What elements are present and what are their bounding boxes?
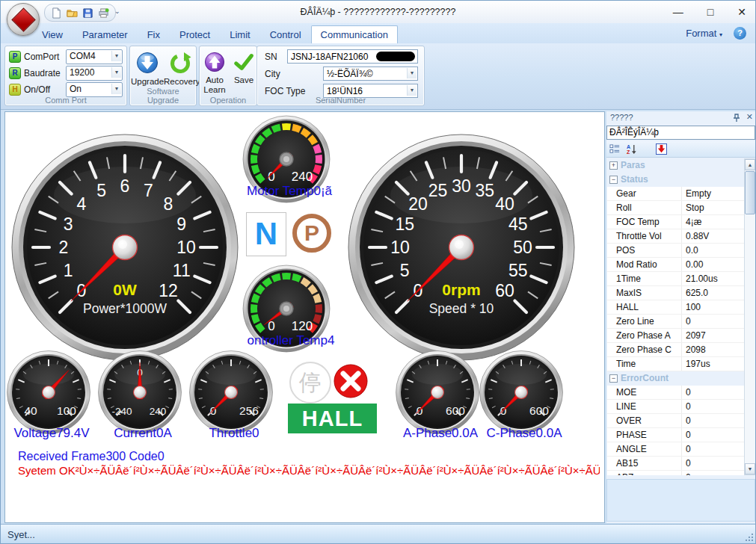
property-row[interactable]: LINE0 [607,400,744,414]
baudrate-select[interactable]: 19200▾ [66,66,123,81]
pin-icon[interactable] [731,113,742,123]
stop-indicator: 停 [289,362,331,404]
tab-limit[interactable]: Limit [220,25,259,44]
recovery-button[interactable]: Recovery [164,50,197,87]
property-value[interactable]: Empty [686,188,711,199]
property-value[interactable]: 625.0 [686,288,708,298]
motor-temp-caption: Motor Temp0¡ã [230,184,349,199]
app-menu-button[interactable] [7,3,40,36]
close-button[interactable]: ✕ [737,6,746,18]
scroll-up-icon[interactable]: ▲ [745,159,755,170]
property-value[interactable]: 0 [686,472,691,475]
import-download-icon[interactable] [656,143,667,155]
status-text: Syet... [7,529,35,540]
property-row[interactable]: Zero Phase C2098 [607,343,744,357]
status-bar: Syet... [1,524,756,544]
comport-select[interactable]: COM4▾ [66,49,123,64]
property-row[interactable]: ANGLE0 [607,442,744,457]
sn-input[interactable]: JSNJ-18AFN21060 [287,49,418,64]
qat-customize-arrow[interactable]: ⌄ [114,7,120,15]
property-row[interactable]: Zero Line0 [607,315,744,329]
maximize-button[interactable]: □ [707,6,713,18]
property-row[interactable]: Throttle Vol0.88V [607,229,744,244]
section-errorcount[interactable]: −ErrorCount [607,371,744,386]
collapse-icon[interactable]: − [609,176,618,184]
property-row[interactable]: Time197us [607,357,744,371]
minimize-button[interactable]: — [673,6,683,18]
property-value[interactable]: 0 [686,401,691,412]
hall-status-badge: HALL [288,404,377,433]
property-value[interactable]: 0.00 [686,259,703,270]
city-select[interactable]: ½-ËÕÄÏ¾©▾ [323,67,418,81]
svg-text:A: A [627,144,630,149]
property-value[interactable]: 197us [686,359,710,369]
property-value[interactable]: 4¡æ [686,217,701,227]
save-params-button[interactable]: Save [231,50,256,85]
property-row[interactable]: PHASE0 [607,428,744,442]
a-phase-caption: A-Phase0.0A [396,426,485,441]
svg-text:3: 3 [64,214,73,234]
param-file-input[interactable]: ÐÂ²ÎÊýÎÄ¼þ [606,126,755,140]
property-row[interactable]: 1Time21.00us [607,272,744,286]
panel-close-icon[interactable]: ✕ [746,112,753,122]
section-label: Status [621,174,648,185]
property-row[interactable]: ABZ0 [607,471,744,475]
section-paras[interactable]: +Paras [607,158,744,173]
property-row[interactable]: MaxIS625.0 [607,286,744,300]
property-value[interactable]: Stop [686,203,704,213]
property-value[interactable]: 2098 [686,344,706,355]
property-row[interactable]: HALL100 [607,300,744,315]
scroll-down-icon[interactable]: ▼ [745,463,755,475]
tab-control[interactable]: Control [260,25,311,44]
tab-parameter[interactable]: Parameter [73,25,138,44]
tab-fix[interactable]: Fix [138,25,170,44]
categorized-view-icon[interactable] [609,143,621,155]
property-row[interactable]: AB150 [607,457,744,471]
expand-icon[interactable]: + [609,161,618,170]
property-value[interactable]: 2097 [686,330,706,341]
property-value[interactable]: 21.00us [686,273,718,284]
property-value[interactable]: 0 [686,458,691,469]
property-value[interactable]: 0 [686,316,691,327]
onoff-icon: H [9,84,21,96]
svg-text:120: 120 [292,319,313,333]
upgrade-button[interactable]: Upgrade [131,50,164,87]
scrollbar[interactable]: ▲ ▼ [744,158,756,475]
scrollbar-thumb[interactable] [745,171,755,214]
property-value[interactable]: 0 [686,444,691,454]
new-document-icon[interactable] [51,7,62,19]
print-icon[interactable] [98,7,109,19]
property-name: AB15 [616,458,638,469]
collapse-icon[interactable]: − [609,374,618,383]
property-value[interactable]: 0 [686,430,691,440]
save-icon[interactable] [82,7,93,19]
open-file-icon[interactable] [67,7,78,19]
property-row[interactable]: RollStop [607,201,744,215]
onoff-select[interactable]: On▾ [66,82,123,97]
tab-view[interactable]: View [32,25,73,44]
property-name: Mod Ratio [616,259,657,270]
az-sort-icon[interactable]: AZ [626,143,637,155]
auto-learn-button[interactable]: Auto Learn [200,50,230,95]
checkmark-icon [233,52,254,72]
tab-protect[interactable]: Protect [170,25,220,44]
tab-communication[interactable]: Communication [311,25,398,44]
property-row[interactable]: GearEmpty [607,187,744,201]
resize-grip[interactable] [752,540,753,541]
property-value[interactable]: 0 [686,387,691,398]
property-row[interactable]: Mod Ratio0.00 [607,258,744,272]
property-row[interactable]: POS0.0 [607,244,744,258]
property-row[interactable]: OVER0 [607,414,744,428]
property-value[interactable]: 0 [686,415,691,426]
property-value[interactable]: 0.0 [686,245,698,256]
format-menu[interactable]: Format ▾ [686,28,722,39]
a-phase-gauge: 0600 [396,350,479,434]
section-status[interactable]: −Status [607,173,744,187]
property-value[interactable]: 100 [686,302,701,312]
recovery-icon [169,52,191,74]
property-row[interactable]: FOC Temp4¡æ [607,215,744,229]
help-icon[interactable]: ? [734,27,746,40]
property-row[interactable]: MOE0 [607,386,744,400]
property-value[interactable]: 0.88V [686,231,709,241]
property-row[interactable]: Zero Phase A2097 [607,329,744,343]
